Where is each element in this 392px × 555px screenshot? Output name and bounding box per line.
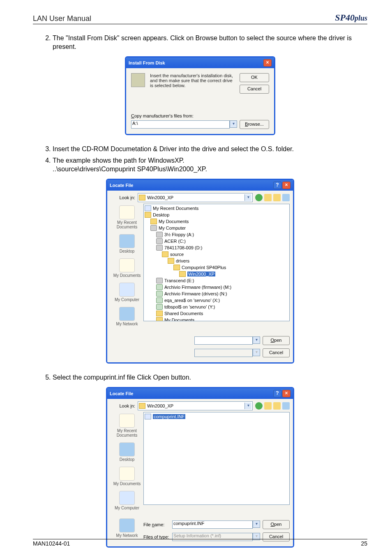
lookin-dropdown[interactable]: Win2000_XP ▾ xyxy=(138,401,253,410)
tree-item-label: Win2000_XP xyxy=(187,272,215,276)
sidebar-icon xyxy=(119,491,135,505)
new-folder-icon[interactable] xyxy=(273,402,281,410)
toolbar xyxy=(255,194,290,201)
tree-item[interactable]: Transcend (E:) xyxy=(145,277,288,284)
tree-item-label: My Documents xyxy=(164,318,194,321)
tree-item[interactable]: My Recent Documents xyxy=(145,205,288,212)
chevron-down-icon: ▾ xyxy=(253,349,260,356)
tree-item[interactable]: ACER (C:) xyxy=(145,238,288,244)
back-icon[interactable] xyxy=(255,402,263,410)
tree-item[interactable]: eqa_area$ on 'servuno' (X:) xyxy=(145,297,288,304)
chevron-down-icon[interactable]: ▾ xyxy=(230,120,237,128)
tree-item[interactable]: source xyxy=(145,251,288,258)
footer-doc-id: MAN10244-01 xyxy=(33,540,70,547)
tree-item[interactable]: tdbspol$ on 'servuno' (Y:) xyxy=(145,304,288,310)
sidebar-item[interactable]: My Computer xyxy=(111,491,143,510)
net-icon xyxy=(156,304,163,310)
chevron-down-icon[interactable]: ▾ xyxy=(244,194,251,201)
ok-button[interactable]: OK xyxy=(240,73,269,82)
tree-item[interactable]: Compuprint SP40Plus xyxy=(145,264,288,271)
views-icon[interactable] xyxy=(282,194,290,201)
brand-logo: SP40plus xyxy=(335,12,367,23)
folder-icon xyxy=(139,195,145,200)
filename-input[interactable]: compuprint.INF xyxy=(172,520,253,529)
tree-item-label: tdbspol$ on 'servuno' (Y:) xyxy=(164,304,215,309)
tree-item-label: eqa_area$ on 'servuno' (X:) xyxy=(164,298,220,303)
browse-button[interactable]: Browse... xyxy=(240,120,269,129)
tree-item[interactable]: My Documents xyxy=(145,317,288,321)
dialog-title: Locate File xyxy=(110,183,133,188)
help-icon[interactable]: ? xyxy=(273,390,281,397)
up-folder-icon[interactable] xyxy=(264,402,272,410)
sidebar-item[interactable]: Desktop xyxy=(111,442,143,462)
tree-item[interactable]: Desktop xyxy=(145,212,288,218)
lookin-label: Look in: xyxy=(111,195,135,200)
sidebar-label: My Documents xyxy=(111,273,143,278)
up-folder-icon[interactable] xyxy=(264,194,272,201)
chevron-down-icon[interactable]: ▾ xyxy=(253,520,260,528)
file-item-selected[interactable]: compuprint.INF xyxy=(153,414,185,419)
sidebar-label: Desktop xyxy=(111,249,143,253)
filename-label: File name: xyxy=(143,522,170,527)
tree-item[interactable]: drivers xyxy=(145,258,288,264)
open-button[interactable]: Open xyxy=(263,336,290,345)
drive-icon xyxy=(156,245,163,251)
sidebar-item[interactable]: My Documents xyxy=(111,467,143,486)
sidebar-icon xyxy=(119,283,135,297)
filename-input[interactable] xyxy=(194,336,253,345)
lookin-dropdown[interactable]: Win2000_XP ▾ xyxy=(138,193,253,202)
sidebar-icon xyxy=(119,467,135,481)
chevron-down-icon[interactable]: ▾ xyxy=(253,336,260,344)
tree-item[interactable]: Archivio Firmware (drivers) (N:) xyxy=(145,290,288,297)
lookin-label: Look in: xyxy=(111,403,135,408)
step-3: Insert the CD-ROM Documetation & Driver … xyxy=(53,145,367,154)
sidebar-item[interactable]: My Recent Documents xyxy=(111,414,143,438)
sidebar-icon xyxy=(119,307,135,321)
sidebar-label: My Recent Documents xyxy=(111,220,143,229)
tree-item[interactable]: Win2000_XP xyxy=(145,271,288,277)
sidebar-item[interactable]: My Documents xyxy=(111,258,143,278)
step-5: Select the compuprint.inf file Click Ope… xyxy=(53,373,367,382)
sidebar-item[interactable]: Desktop xyxy=(111,234,143,253)
tree-item-label: ACER (C:) xyxy=(164,239,186,244)
tree-item[interactable]: My Computer xyxy=(145,225,288,231)
folder-icon xyxy=(168,258,174,264)
tree-item[interactable]: 78411708-009 (D:) xyxy=(145,244,288,251)
back-icon[interactable] xyxy=(255,194,263,201)
cancel-button[interactable]: Cancel xyxy=(263,348,290,357)
cancel-button[interactable]: Cancel xyxy=(240,85,269,94)
file-list[interactable]: compuprint.INF xyxy=(143,412,290,505)
tree-item[interactable]: My Documents xyxy=(145,218,288,225)
header-title: LAN User Manual xyxy=(33,14,91,23)
tree-item-label: 3½ Floppy (A:) xyxy=(164,232,194,237)
views-icon[interactable] xyxy=(282,402,290,410)
folder-icon xyxy=(156,317,163,321)
sidebar-item[interactable]: My Computer xyxy=(111,283,143,302)
locate-file-dialog-2: Locate File ? × Look in: Win2000_XP ▾ xyxy=(106,387,294,548)
close-icon[interactable]: × xyxy=(282,182,291,189)
sidebar-icon xyxy=(119,442,135,456)
disk-icon xyxy=(131,73,145,87)
sidebar-icon xyxy=(119,234,135,248)
close-icon[interactable]: × xyxy=(263,59,272,67)
filetype-label: Files of type: xyxy=(143,534,170,539)
tree-item[interactable]: Shared Documents xyxy=(145,310,288,317)
tree-item[interactable]: Archivio Firmware (firmware) (M:) xyxy=(145,284,288,290)
tree-item[interactable]: 3½ Floppy (A:) xyxy=(145,231,288,238)
help-icon[interactable]: ? xyxy=(273,182,281,189)
folder-icon xyxy=(150,219,157,224)
sidebar-item[interactable]: My Network xyxy=(111,307,143,326)
folder-tree[interactable]: My Recent DocumentsDesktopMy DocumentsMy… xyxy=(143,204,290,321)
sidebar-item[interactable]: My Recent Documents xyxy=(111,205,143,229)
new-folder-icon[interactable] xyxy=(273,194,281,201)
chevron-down-icon[interactable]: ▾ xyxy=(244,403,251,409)
sidebar-label: My Computer xyxy=(111,506,143,510)
tree-item-label: Shared Documents xyxy=(164,311,203,316)
drive-icon xyxy=(156,278,163,283)
close-icon[interactable]: × xyxy=(282,390,291,397)
my-network-icon[interactable] xyxy=(119,518,135,532)
tree-item-label: My Computer xyxy=(159,226,186,230)
folder-icon xyxy=(173,265,180,270)
open-button[interactable]: Open xyxy=(263,520,290,529)
path-input[interactable]: A:\ xyxy=(131,120,230,129)
